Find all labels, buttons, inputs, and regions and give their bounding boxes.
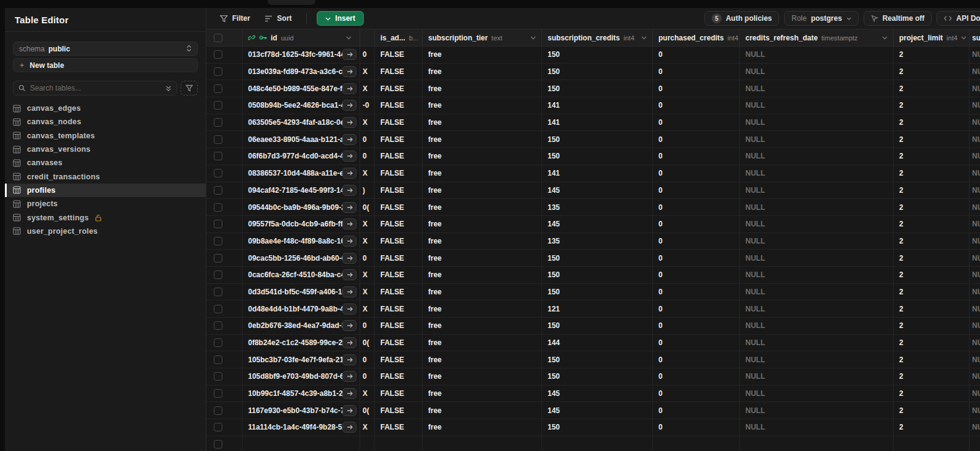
cell-is-admin[interactable]: FALSE [375,368,423,385]
sidebar-item-profiles[interactable]: profiles [5,184,206,197]
cell-subscription-tier[interactable]: free [423,233,542,250]
cell-subscription-tier[interactable]: free [423,148,542,165]
cell-su-clipped[interactable]: NULL [970,216,980,233]
role-selector-button[interactable]: Role postgres [784,11,858,26]
cell-subscription-tier[interactable]: free [423,284,542,300]
chevron-down-icon[interactable] [641,36,647,40]
row-checkbox[interactable] [214,203,222,212]
row-checkbox[interactable] [214,135,222,144]
row-checkbox[interactable] [214,423,222,431]
cell-credits-refresh-date[interactable]: NULL [740,267,894,283]
cell-is-admin[interactable]: FALSE [375,335,423,351]
cell-project-limit[interactable]: 2 [894,402,970,419]
cell-subscription-credits[interactable]: 150 [542,64,653,80]
cell-project-limit[interactable]: 2 [894,335,970,351]
cell-credits-refresh-date[interactable]: NULL [740,97,894,114]
cell-su-clipped[interactable]: NULL [970,233,980,250]
cell-credits-refresh-date[interactable]: NULL [740,216,894,233]
sidebar-item-credit_transactions[interactable]: credit_transactions [5,170,206,183]
cell-subscription-credits[interactable]: 121 [542,300,653,317]
cell-id[interactable]: 0508b94b-5ee2-4626-bca1-4bca... [243,97,360,114]
cell-subscription-credits[interactable]: 150 [542,47,653,63]
cell-credits-refresh-date[interactable]: NULL [740,47,894,63]
row-checkbox[interactable] [214,101,222,110]
cell-clipped[interactable]: X [360,216,375,233]
cell-credits-refresh-date[interactable]: NULL [740,335,894,351]
column-header-subscription-credits[interactable]: subscription_credits int4 [542,29,653,46]
cell-is-admin[interactable]: FALSE [375,97,423,114]
cell-clipped[interactable]: X [360,284,375,300]
row-checkbox[interactable] [214,356,222,364]
cell-subscription-tier[interactable]: free [423,64,542,80]
cell-purchased-credits[interactable]: 0 [653,419,740,436]
cell-project-limit[interactable]: 2 [894,182,970,199]
cell-subscription-credits[interactable]: 150 [542,351,653,368]
cell-clipped[interactable]: X [360,419,375,436]
cell-subscription-tier[interactable]: free [423,47,542,63]
expand-row-button[interactable] [342,49,356,60]
row-checkbox[interactable] [214,288,222,296]
expand-row-button[interactable] [342,337,356,348]
sidebar-item-canvas_templates[interactable]: canvas_templates [5,129,206,143]
row-checkbox[interactable] [214,50,222,59]
cell-subscription-tier[interactable]: free [423,182,542,199]
cell-credits-refresh-date[interactable]: NULL [740,368,894,385]
cell-subscription-credits[interactable]: 135 [542,233,653,250]
expand-row-button[interactable] [342,253,356,264]
cell-su-clipped[interactable]: NULL [970,267,980,283]
cell-subscription-credits[interactable]: 145 [542,182,653,199]
expand-row-button[interactable] [342,371,356,382]
row-checkbox[interactable] [214,169,222,177]
expand-row-button[interactable] [342,151,356,162]
row-checkbox[interactable] [214,67,222,76]
cell-is-admin[interactable]: FALSE [375,300,423,317]
select-all-checkbox[interactable] [214,34,222,42]
cell-credits-refresh-date[interactable]: NULL [740,386,894,402]
cell-is-admin[interactable]: FALSE [375,182,423,199]
cell-subscription-tier[interactable]: free [423,267,542,283]
cell-project-limit[interactable]: 2 [894,318,970,334]
cell-purchased-credits[interactable]: 0 [653,64,740,80]
cell-is-admin[interactable]: FALSE [375,64,423,80]
cell-credits-refresh-date[interactable]: NULL [740,402,894,419]
cell-clipped[interactable]: X [360,233,375,250]
cell-subscription-credits[interactable]: 150 [542,368,653,385]
cell-purchased-credits[interactable]: 0 [653,97,740,114]
row-checkbox[interactable] [214,406,222,415]
cell-subscription-tier[interactable]: free [423,199,542,215]
sidebar-item-canvas_versions[interactable]: canvas_versions [5,143,206,156]
cell-is-admin[interactable]: FALSE [375,131,423,147]
cell-su-clipped[interactable]: NULL [970,351,980,368]
cell-project-limit[interactable]: 2 [894,97,970,114]
cell-is-admin[interactable]: FALSE [375,80,423,97]
row-checkbox[interactable] [214,440,222,449]
cell-clipped[interactable]: 0 [360,47,375,63]
sidebar-item-canvas_edges[interactable]: canvas_edges [5,102,206,115]
row-checkbox[interactable] [214,220,222,228]
cell-subscription-credits[interactable]: 141 [542,165,653,182]
cell-is-admin[interactable]: FALSE [375,284,423,300]
cell-id[interactable]: 105bc3b7-03fe-4e7f-9efa-21bb40... [243,351,360,368]
cell-is-admin[interactable]: FALSE [375,148,423,165]
cell-subscription-credits[interactable]: 150 [542,318,653,334]
expand-row-button[interactable] [342,168,356,179]
column-header-purchased-credits[interactable]: purchased_credits int4 [653,29,740,46]
cell-subscription-credits[interactable]: 144 [542,335,653,351]
cell-id[interactable]: 09b8ae4e-f48c-4f89-8a8c-1629b... [243,233,360,250]
cell-purchased-credits[interactable]: 0 [653,216,740,233]
cell-credits-refresh-date[interactable]: NULL [740,148,894,165]
sort-button[interactable]: Sort [260,10,296,26]
cell-project-limit[interactable]: 2 [894,233,970,250]
row-checkbox[interactable] [214,84,222,93]
expand-row-button[interactable] [342,185,356,196]
expand-row-button[interactable] [342,236,356,247]
column-header-is-admin[interactable]: is_ad... b... [375,29,423,46]
cell-subscription-credits[interactable]: 145 [542,386,653,402]
cell-id[interactable]: 094caf42-7185-4e45-99f3-14abee... [243,182,360,199]
cell-subscription-tier[interactable]: free [423,250,542,266]
cell-id[interactable]: 013e039a-fd89-473a-a3c6-ccfa9... [243,64,360,80]
row-checkbox[interactable] [214,372,222,381]
cell-clipped[interactable]: 0 [360,131,375,147]
cell-purchased-credits[interactable]: 0 [653,318,740,334]
cell-su-clipped[interactable]: NULL [970,199,980,215]
